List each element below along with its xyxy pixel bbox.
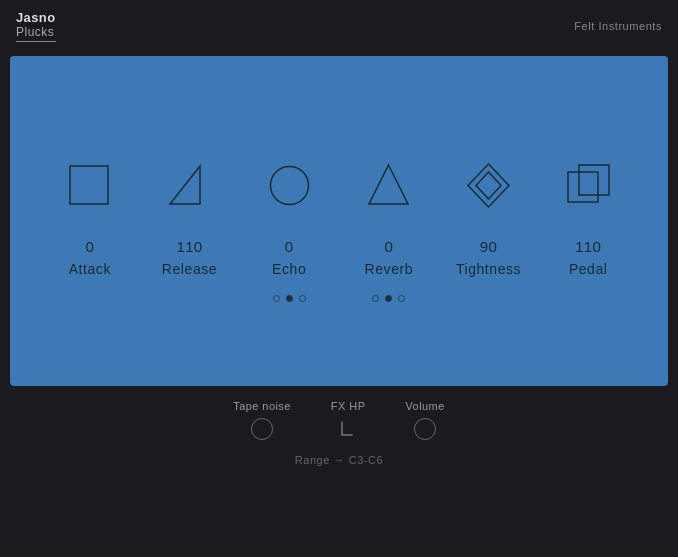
tape-noise-label: Tape noise <box>233 400 291 412</box>
dot-2-3[interactable] <box>398 295 405 302</box>
control-release[interactable]: 110 Release <box>140 150 240 277</box>
svg-point-2 <box>270 166 308 204</box>
dot-1-2[interactable] <box>286 295 293 302</box>
dot-1-1[interactable] <box>273 295 280 302</box>
preset-name[interactable]: Plucks <box>16 25 56 42</box>
controls-row: 0 Attack 110 Release 0 Echo <box>20 150 658 277</box>
header: Jasno Plucks Felt Instruments <box>0 0 678 48</box>
pedal-shape <box>553 150 623 220</box>
svg-marker-1 <box>170 166 200 204</box>
control-pedal[interactable]: 110 Pedal <box>538 150 638 277</box>
svg-marker-4 <box>468 164 509 207</box>
svg-rect-7 <box>579 165 609 195</box>
bottom-controls: Tape noise FX HP Volume <box>0 400 678 440</box>
echo-shape <box>254 150 324 220</box>
tape-noise-knob[interactable] <box>251 418 273 440</box>
svg-rect-0 <box>70 166 108 204</box>
tightness-value: 90 <box>480 238 497 255</box>
fx-hp-knob[interactable] <box>337 418 359 440</box>
control-echo[interactable]: 0 Echo <box>239 150 339 277</box>
attack-label: Attack <box>69 261 111 277</box>
reverb-label: Reverb <box>365 261 414 277</box>
svg-marker-3 <box>369 165 408 204</box>
fx-hp-label: FX HP <box>331 400 366 412</box>
range-text: Range → C3-C6 <box>295 454 383 466</box>
reverb-value: 0 <box>385 238 394 255</box>
attack-shape <box>55 150 125 220</box>
svg-rect-6 <box>568 172 598 202</box>
dots-group-2 <box>339 295 439 302</box>
tightness-shape <box>454 150 524 220</box>
release-shape <box>154 150 224 220</box>
release-label: Release <box>162 261 217 277</box>
pedal-label: Pedal <box>569 261 608 277</box>
app-name: Jasno <box>16 10 56 25</box>
attack-value: 0 <box>85 238 94 255</box>
control-reverb[interactable]: 0 Reverb <box>339 150 439 277</box>
dot-2-1[interactable] <box>372 295 379 302</box>
pedal-value: 110 <box>575 238 601 255</box>
volume-control: Volume <box>405 400 444 440</box>
release-value: 110 <box>177 238 203 255</box>
control-tightness[interactable]: 90 Tightness <box>439 150 539 277</box>
dots-row <box>20 295 658 302</box>
tape-noise-control: Tape noise <box>233 400 291 440</box>
svg-marker-5 <box>476 172 501 199</box>
reverb-shape <box>354 150 424 220</box>
echo-label: Echo <box>272 261 306 277</box>
echo-value: 0 <box>285 238 294 255</box>
header-left: Jasno Plucks <box>16 10 56 42</box>
dot-2-2[interactable] <box>385 295 392 302</box>
main-panel: 0 Attack 110 Release 0 Echo <box>10 56 668 386</box>
brand-name: Felt Instruments <box>574 20 662 32</box>
dot-1-3[interactable] <box>299 295 306 302</box>
volume-label: Volume <box>405 400 444 412</box>
tightness-label: Tightness <box>456 261 521 277</box>
fx-hp-control: FX HP <box>331 400 366 440</box>
control-attack[interactable]: 0 Attack <box>40 150 140 277</box>
dots-group-1 <box>239 295 339 302</box>
volume-knob[interactable] <box>414 418 436 440</box>
